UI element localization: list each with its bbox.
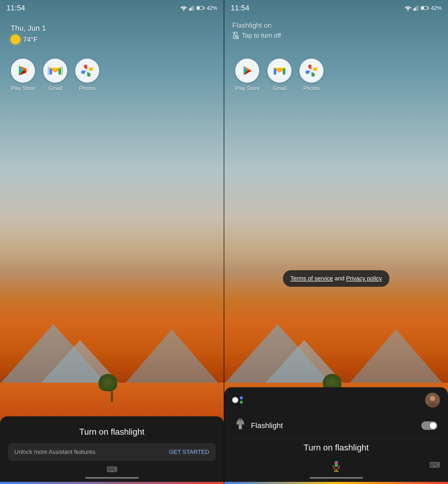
flashlight-toggle-row: Flashlight	[232, 413, 440, 438]
time-left: 11:54	[6, 4, 25, 12]
flashlight-on-text: Flashlight on	[232, 21, 281, 30]
status-icons-left: 42%	[181, 5, 217, 11]
svg-rect-1	[189, 9, 190, 11]
weather-row: 74°F	[11, 35, 46, 44]
wifi-icon-left	[181, 5, 187, 11]
svg-rect-44	[335, 461, 338, 463]
keyboard-row-left: ⌨	[8, 465, 216, 474]
app-grid-right: Play Store Gmail	[235, 59, 323, 91]
gmail-label-right: Gmail	[273, 85, 286, 91]
gmail-label-left: Gmail	[48, 85, 62, 91]
flashlight-toggle[interactable]	[421, 421, 437, 430]
weather-widget: Thu, Jun 1 74°F	[11, 24, 46, 44]
svg-rect-21	[415, 7, 416, 11]
svg-rect-46	[335, 464, 338, 467]
svg-rect-23	[417, 5, 418, 11]
signal-icon-right	[413, 5, 419, 11]
assistant-header-right	[232, 393, 440, 408]
gmail-svg-left	[48, 65, 62, 76]
status-bar-left: 11:54 42%	[0, 0, 224, 16]
assistant-panel-left: Turn on flashlight Unlock more Assistant…	[0, 416, 224, 484]
svg-rect-20	[413, 9, 414, 11]
nav-pill-left	[85, 477, 139, 479]
flashlight-label: Flashlight	[251, 421, 421, 430]
photos-icon-left[interactable]	[75, 59, 99, 83]
play-store-svg-left	[16, 64, 30, 77]
svg-point-39	[239, 426, 241, 428]
battery-text-left: 42%	[207, 5, 217, 11]
svg-rect-26	[421, 7, 424, 9]
tree-trunk-left	[111, 391, 113, 402]
gmail-icon-left[interactable]	[43, 59, 67, 83]
mic-svg	[329, 458, 344, 473]
right-screen: 11:54 42% Flashlight on	[224, 0, 448, 484]
tree-left	[107, 374, 117, 402]
battery-icon-right	[421, 6, 429, 10]
nav-pill-right	[310, 477, 363, 479]
flashlight-icon	[235, 418, 246, 433]
playstore-icon-left[interactable]	[11, 59, 35, 83]
photos-label-left: Photos	[79, 85, 95, 91]
wifi-icon-right	[405, 5, 411, 11]
signal-icon-left	[189, 5, 194, 11]
svg-rect-2	[190, 7, 191, 11]
terms-text: Terms of service and Privacy policy	[290, 275, 382, 282]
assistant-dot-blue	[240, 396, 243, 400]
photos-svg-left	[80, 64, 94, 78]
flashlight-notification: Flashlight on Tap to turn off	[232, 21, 281, 39]
assistant-dot-large	[232, 397, 238, 403]
terms-link[interactable]: Terms of service	[290, 275, 333, 282]
terms-tooltip: Terms of service and Privacy policy	[283, 270, 390, 287]
terms-and: and	[335, 275, 346, 282]
assistant-dot-cluster	[240, 396, 243, 404]
svg-rect-45	[335, 463, 338, 464]
photos-icon-right[interactable]	[299, 59, 323, 83]
playstore-label-left: Play Store	[11, 85, 35, 91]
gmail-icon-right[interactable]	[267, 59, 291, 83]
svg-rect-22	[416, 6, 417, 11]
photos-svg-right	[305, 64, 318, 78]
unlock-text: Unlock more Assistant features	[14, 449, 95, 455]
time-right: 11:54	[231, 4, 249, 12]
app-item-photos-right[interactable]: Photos	[299, 59, 323, 91]
flashlight-off-icon	[232, 32, 239, 39]
playstore-icon-right[interactable]	[235, 59, 259, 83]
keyboard-icon-right[interactable]: ⌨	[429, 461, 440, 469]
keyboard-row-right: ⌨	[429, 461, 440, 469]
app-item-gmail-right[interactable]: Gmail	[267, 59, 291, 91]
google-assistant-logo	[232, 396, 243, 404]
playstore-label-right: Play Store	[235, 85, 259, 91]
svg-rect-38	[238, 419, 242, 421]
app-item-playstore-left[interactable]: Play Store	[11, 59, 35, 91]
play-store-svg-right	[241, 64, 254, 77]
app-grid-left: Play Store Gmai	[11, 59, 99, 91]
photos-label-right: Photos	[303, 85, 320, 91]
app-item-playstore-right[interactable]: Play Store	[235, 59, 259, 91]
keyboard-icon-left[interactable]: ⌨	[107, 465, 117, 474]
app-item-photos-left[interactable]: Photos	[75, 59, 99, 91]
svg-point-36	[430, 396, 435, 401]
unlock-features-row: Unlock more Assistant features GET START…	[8, 443, 216, 461]
assistant-dot-green	[240, 401, 243, 404]
status-icons-right: 42%	[405, 5, 442, 11]
svg-point-19	[407, 10, 409, 11]
assistant-panel-right: Flashlight Turn on flashlight	[224, 387, 448, 484]
get-started-button[interactable]: GET STARTED	[169, 449, 209, 455]
date-display: Thu, Jun 1	[11, 24, 46, 33]
battery-text-right: 42%	[431, 5, 442, 11]
user-avatar[interactable]	[425, 393, 440, 408]
gmail-svg-right	[272, 65, 287, 76]
svg-rect-4	[193, 5, 194, 11]
privacy-link[interactable]: Privacy policy	[346, 275, 382, 282]
tap-to-turn-row[interactable]: Tap to turn off	[232, 32, 281, 39]
toggle-knob	[430, 422, 436, 429]
google-mic-icon[interactable]	[329, 458, 344, 473]
app-item-gmail-left[interactable]: Gmail	[43, 59, 67, 91]
tap-to-turn-text: Tap to turn off	[242, 32, 281, 39]
sun-icon	[11, 35, 20, 44]
temperature-display: 74°F	[23, 35, 38, 44]
mic-row	[232, 458, 440, 473]
svg-rect-28	[235, 35, 237, 38]
bottom-gradient-left	[0, 482, 224, 484]
svg-rect-6	[204, 7, 205, 9]
